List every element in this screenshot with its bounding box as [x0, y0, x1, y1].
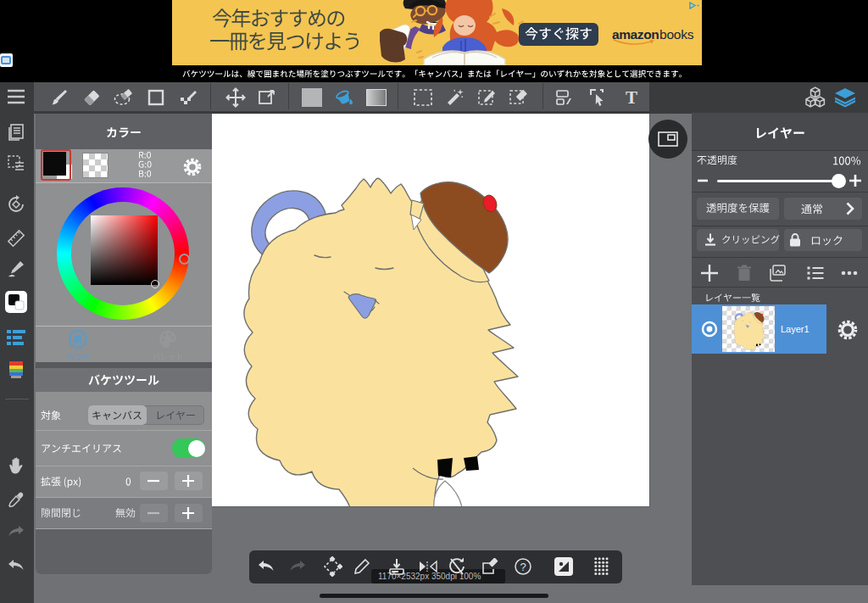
svg-text:?: ?: [520, 561, 526, 573]
